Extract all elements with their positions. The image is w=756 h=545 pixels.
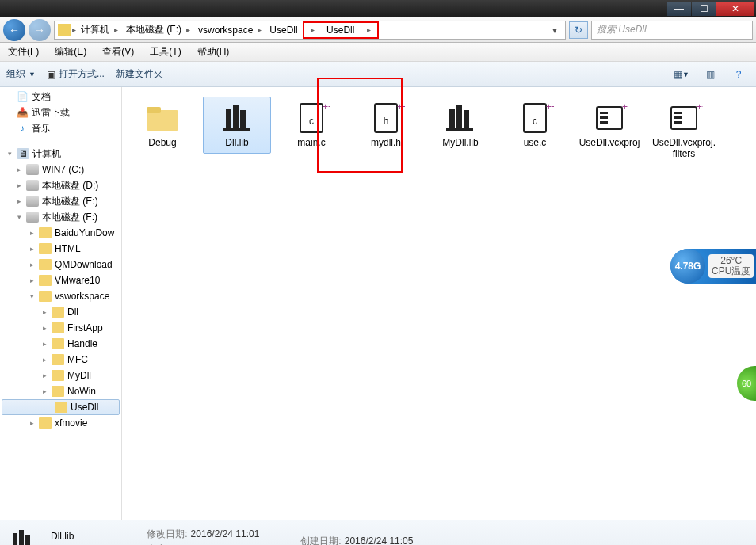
menu-edit[interactable]: 编辑(E): [52, 44, 90, 60]
menu-view[interactable]: 查看(V): [99, 44, 137, 60]
menu-bar: 文件(F) 编辑(E) 查看(V) 工具(T) 帮助(H): [0, 43, 756, 62]
svg-rect-14: [464, 110, 469, 129]
back-button[interactable]: ←: [3, 19, 25, 41]
cpu-temp: 26°CCPU温度: [708, 254, 754, 278]
tree-item-drive-e[interactable]: ▸本地磁盘 (E:): [0, 193, 121, 209]
breadcrumb-segment[interactable]: vsworkspace▸: [195, 25, 265, 36]
download-icon: 📥: [16, 107, 29, 118]
close-button[interactable]: ✕: [716, 2, 754, 16]
tree-item[interactable]: ▸VMware10: [0, 272, 121, 288]
tree-item-thunder[interactable]: 📥迅雷下载: [0, 105, 121, 120]
forward-button[interactable]: →: [29, 19, 51, 41]
breadcrumb-segment[interactable]: 本地磁盘 (F:)▸: [123, 23, 193, 36]
expand-icon[interactable]: ▸: [16, 198, 23, 205]
navigation-tree: 📄文档 📥迅雷下载 ♪音乐 ▾🖥计算机 ▸WIN7 (C:) ▸本地磁盘 (D:…: [0, 87, 122, 520]
lib-icon: [8, 527, 41, 546]
file-name: Debug: [131, 137, 194, 148]
search-input[interactable]: 搜索 UseDll: [591, 21, 753, 40]
c-icon: c++: [516, 102, 554, 134]
details-pane: Dll.lib Object File Library 修改日期:2016/2/…: [0, 520, 756, 545]
breadcrumb-segment[interactable]: ▸ UseDll ▸: [307, 25, 374, 36]
file-item[interactable]: ++UseDll.vcxproj: [575, 97, 643, 154]
svg-rect-31: [25, 535, 30, 546]
svg-rect-4: [240, 110, 246, 129]
file-list[interactable]: DebugDll.libc++main.ch++mydll.hMyDll.lib…: [122, 87, 756, 520]
lib-icon: [218, 102, 256, 134]
tree-item-drive-c[interactable]: ▸WIN7 (C:): [0, 162, 121, 177]
tree-item[interactable]: ▸MyDll: [0, 368, 121, 383]
tree-item[interactable]: ▸HTML: [0, 241, 121, 257]
collapse-icon[interactable]: ▾: [6, 151, 13, 158]
breadcrumb-highlight: ▸ UseDll ▸: [303, 21, 379, 39]
tree-item-music[interactable]: ♪音乐: [0, 120, 121, 136]
file-item[interactable]: Debug: [128, 97, 197, 154]
music-icon: ♪: [16, 123, 29, 134]
maximize-button[interactable]: ☐: [692, 2, 716, 16]
svg-text:h: h: [384, 116, 389, 127]
document-icon: 📄: [16, 91, 29, 102]
tree-item[interactable]: ▸Handle: [0, 336, 121, 352]
expand-icon[interactable]: ▸: [16, 182, 23, 189]
help-button[interactable]: ?: [727, 66, 750, 83]
folder-icon: [39, 243, 52, 254]
tree-item[interactable]: ▸MFC: [0, 352, 121, 368]
accelerate-widget[interactable]: 60: [737, 366, 756, 401]
tree-item[interactable]: ▸xfmovie: [0, 415, 121, 431]
tree-item[interactable]: ▸QMDownload: [0, 257, 121, 272]
file-name: mydll.h: [354, 137, 418, 148]
breadcrumb-segment[interactable]: UseDll: [266, 25, 300, 36]
svg-rect-29: [13, 533, 17, 546]
organize-button[interactable]: 组织 ▼: [6, 67, 36, 81]
disk-widget[interactable]: 4.78G 26°CCPU温度: [670, 249, 756, 284]
svg-text:++: ++: [622, 102, 628, 112]
c-icon: c++: [292, 102, 330, 134]
collapse-icon[interactable]: ▾: [29, 293, 36, 300]
collapse-icon[interactable]: ▾: [16, 214, 23, 221]
tree-item[interactable]: ▸Dll: [0, 304, 121, 320]
new-folder-button[interactable]: 新建文件夹: [116, 67, 163, 81]
file-item[interactable]: MyDll.lib: [426, 97, 494, 154]
view-options-button[interactable]: ▦ ▼: [670, 66, 693, 83]
tree-item-drive-d[interactable]: ▸本地磁盘 (D:): [0, 177, 121, 193]
disk-usage-value: 4.78G: [670, 249, 705, 284]
folder-icon: [58, 24, 71, 36]
svg-rect-30: [19, 530, 24, 546]
breadcrumb[interactable]: ▸ 计算机▸ 本地磁盘 (F:)▸ vsworkspace▸ UseDll ▸ …: [54, 21, 566, 40]
tree-item-usedll[interactable]: UseDll: [2, 399, 120, 415]
tree-item-documents[interactable]: 📄文档: [0, 89, 121, 105]
refresh-button[interactable]: ↻: [569, 21, 588, 39]
minimize-button[interactable]: —: [667, 2, 691, 16]
folder-icon: [39, 227, 52, 238]
menu-tools[interactable]: 工具(T): [147, 44, 184, 60]
tree-item[interactable]: ▸FirstApp: [0, 320, 121, 336]
file-item[interactable]: c++main.c: [277, 97, 346, 154]
tree-item-drive-f[interactable]: ▾本地磁盘 (F:): [0, 209, 121, 225]
file-item[interactable]: ++UseDll.vcxproj.filters: [650, 97, 718, 165]
file-item[interactable]: h++mydll.h: [352, 97, 420, 154]
svg-rect-12: [449, 109, 455, 129]
expand-icon[interactable]: ▸: [16, 166, 23, 173]
tree-item-vsworkspace[interactable]: ▾vsworkspace: [0, 288, 121, 304]
folder-icon: [52, 354, 64, 365]
open-with-button[interactable]: ▣ 打开方式...: [47, 67, 105, 81]
file-name: main.c: [280, 137, 343, 148]
tree-item[interactable]: ▸NoWin: [0, 383, 121, 399]
svg-text:++: ++: [697, 102, 703, 112]
svg-rect-26: [674, 116, 682, 119]
lib-icon: [441, 102, 479, 134]
breadcrumb-segment[interactable]: 计算机▸: [78, 23, 121, 36]
menu-file[interactable]: 文件(F): [5, 44, 42, 60]
menu-help[interactable]: 帮助(H): [194, 44, 233, 60]
file-item[interactable]: c++use.c: [501, 97, 569, 154]
svg-text:c: c: [533, 116, 537, 127]
svg-rect-25: [674, 112, 682, 114]
preview-pane-button[interactable]: ▥: [699, 66, 721, 83]
address-bar: ← → ▸ 计算机▸ 本地磁盘 (F:)▸ vsworkspace▸ UseDl…: [0, 17, 756, 43]
tree-item[interactable]: ▸BaiduYunDow: [0, 225, 121, 241]
command-bar: 组织 ▼ ▣ 打开方式... 新建文件夹 ▦ ▼ ▥ ?: [0, 62, 756, 87]
file-item[interactable]: Dll.lib: [203, 97, 271, 154]
created-date: 2016/2/24 11:05: [345, 535, 414, 545]
breadcrumb-dropdown[interactable]: ▾: [548, 25, 562, 36]
svg-text:c: c: [309, 116, 314, 127]
tree-item-computer[interactable]: ▾🖥计算机: [0, 146, 121, 162]
